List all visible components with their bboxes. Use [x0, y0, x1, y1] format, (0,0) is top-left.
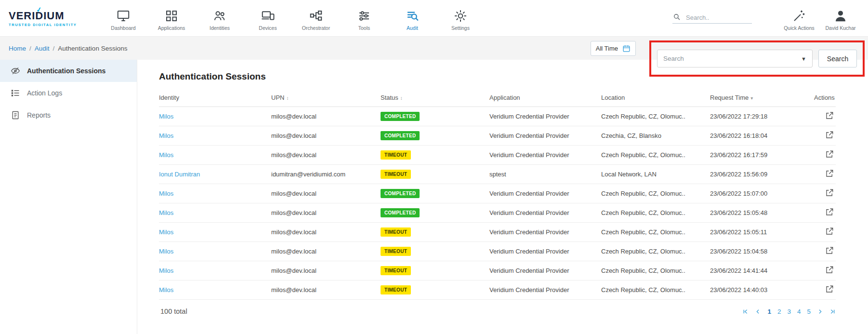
breadcrumb-separator: /: [29, 45, 31, 52]
search-icon: [672, 13, 681, 21]
column-header-identity[interactable]: Identity: [159, 94, 271, 101]
upn-cell: milos@dev.local: [271, 267, 381, 274]
next-page-icon[interactable]: [817, 308, 823, 315]
request-time-cell: 23/06/2022 15:07:00: [710, 190, 814, 197]
page-number[interactable]: 3: [787, 308, 791, 315]
identity-link[interactable]: Milos: [159, 190, 271, 197]
session-details-icon[interactable]: [825, 169, 834, 178]
brand-logo[interactable]: VERIDIUM ✓ TRUSTED DIGITAL IDENTITY: [9, 10, 91, 27]
session-details-icon[interactable]: [825, 266, 834, 274]
session-details-icon[interactable]: [825, 227, 834, 236]
table-row: Milos milos@dev.local COMPLETED Veridium…: [159, 203, 836, 223]
page-number[interactable]: 1: [767, 308, 771, 315]
session-details-icon[interactable]: [825, 111, 834, 120]
application-cell: Veridium Credential Provider: [489, 286, 601, 294]
application-cell: Veridium Credential Provider: [489, 228, 601, 236]
upn-cell: milos@dev.local: [271, 286, 381, 294]
breadcrumb-home[interactable]: Home: [9, 45, 26, 52]
identity-link[interactable]: Milos: [159, 151, 271, 159]
sort-both-icon: ↕: [400, 95, 403, 101]
column-header-actions: Actions: [814, 94, 837, 101]
table-row: Milos milos@dev.local COMPLETED Veridium…: [159, 126, 836, 146]
upn-cell: milos@dev.local: [271, 228, 381, 236]
location-cell: Czech Republic, CZ, Olomuc..: [601, 151, 710, 159]
top-navigation: VERIDIUM ✓ TRUSTED DIGITAL IDENTITY Dash…: [0, 0, 868, 36]
nav-item-identities[interactable]: Identities: [196, 6, 244, 31]
settings-icon: [453, 9, 468, 23]
sidebar-item-label: Reports: [27, 111, 51, 119]
page-number[interactable]: 2: [777, 308, 781, 315]
filter-search-button[interactable]: Search: [818, 50, 857, 67]
page-number[interactable]: 5: [807, 308, 811, 315]
session-details-icon[interactable]: [825, 131, 834, 139]
nav-item-devices[interactable]: Devices: [244, 6, 292, 31]
request-time-cell: 23/06/2022 14:41:44: [710, 267, 814, 274]
nav-item-settings[interactable]: Settings: [436, 6, 485, 31]
session-details-icon[interactable]: [825, 285, 834, 294]
last-page-icon[interactable]: [829, 308, 836, 315]
column-header-upn[interactable]: UPN↕: [271, 94, 381, 101]
pagination: 1 2 3 4 5: [742, 308, 836, 315]
column-header-status[interactable]: Status↕: [381, 94, 489, 101]
time-range-button[interactable]: All Time: [591, 41, 636, 56]
request-time-cell: 23/06/2022 15:56:09: [710, 171, 814, 178]
page-number[interactable]: 4: [797, 308, 801, 315]
global-search[interactable]: [672, 13, 752, 24]
identity-link[interactable]: Milos: [159, 248, 271, 255]
chevron-down-icon: ▼: [801, 56, 806, 62]
time-range-label: All Time: [596, 45, 618, 52]
first-page-icon[interactable]: [742, 308, 749, 315]
nav-item-applications[interactable]: Applications: [147, 6, 196, 31]
page: VERIDIUM ✓ TRUSTED DIGITAL IDENTITY Dash…: [0, 0, 868, 334]
user-menu[interactable]: David Kuchar: [820, 6, 861, 31]
location-cell: Czech Republic, CZ, Olomuc..: [601, 113, 710, 120]
nav-item-orchestrator[interactable]: Orchestrator: [292, 6, 340, 31]
status-badge: COMPLETED: [381, 112, 420, 121]
identity-link[interactable]: Milos: [159, 209, 271, 216]
brand-tagline: TRUSTED DIGITAL IDENTITY: [9, 23, 91, 27]
table-row: Milos milos@dev.local TIMEOUT Veridium C…: [159, 281, 836, 300]
status-badge: TIMEOUT: [381, 285, 411, 294]
sort-desc-icon: ▾: [750, 95, 753, 101]
session-details-icon[interactable]: [825, 188, 834, 197]
quick-actions-button[interactable]: Quick Actions: [778, 6, 820, 31]
column-header-application[interactable]: Application: [489, 94, 601, 101]
application-cell: Veridium Credential Provider: [489, 151, 601, 159]
location-cell: Czechia, CZ, Blansko: [601, 132, 710, 139]
sidebar-item-action-logs[interactable]: Action Logs: [0, 82, 137, 104]
session-details-icon[interactable]: [825, 150, 834, 159]
identity-link[interactable]: Milos: [159, 286, 271, 294]
identity-link[interactable]: Milos: [159, 132, 271, 139]
identity-link[interactable]: Ionut Dumitran: [159, 171, 271, 178]
breadcrumb-audit[interactable]: Audit: [35, 45, 50, 52]
sidebar-item-reports[interactable]: Reports: [0, 104, 137, 126]
global-search-input[interactable]: [686, 14, 744, 21]
identity-link[interactable]: Milos: [159, 113, 271, 120]
identity-link[interactable]: Milos: [159, 228, 271, 236]
application-cell: sptest: [489, 171, 601, 178]
filter-search-placeholder: Search: [663, 55, 684, 62]
session-details-icon[interactable]: [825, 208, 834, 216]
session-details-icon[interactable]: [825, 246, 834, 255]
column-header-request-time[interactable]: Request Time▾: [710, 94, 814, 101]
breadcrumb-current: Authentication Sessions: [58, 45, 127, 52]
brand-check-icon: ✓: [36, 5, 42, 13]
location-cell: Czech Republic, CZ, Olomuc..: [601, 248, 710, 255]
previous-page-icon[interactable]: [755, 308, 761, 315]
dashboard-icon: [116, 9, 131, 23]
filter-search-dropdown[interactable]: Search ▼: [657, 50, 813, 67]
table-row: Milos milos@dev.local TIMEOUT Veridium C…: [159, 223, 836, 242]
application-cell: Veridium Credential Provider: [489, 190, 601, 197]
nav-item-audit[interactable]: Audit: [388, 6, 436, 31]
table-row: Milos milos@dev.local TIMEOUT Veridium C…: [159, 261, 836, 281]
orchestrator-icon: [309, 9, 323, 23]
identity-link[interactable]: Milos: [159, 267, 271, 274]
upn-cell: milos@dev.local: [271, 190, 381, 197]
nav-item-dashboard[interactable]: Dashboard: [99, 6, 147, 31]
nav-item-tools[interactable]: Tools: [340, 6, 388, 31]
column-header-location[interactable]: Location: [601, 94, 710, 101]
sidebar-item-authentication-sessions[interactable]: Authentication Sessions: [0, 60, 137, 82]
applications-icon: [164, 9, 179, 23]
upn-cell: milos@dev.local: [271, 248, 381, 255]
request-time-cell: 23/06/2022 16:17:59: [710, 151, 814, 159]
